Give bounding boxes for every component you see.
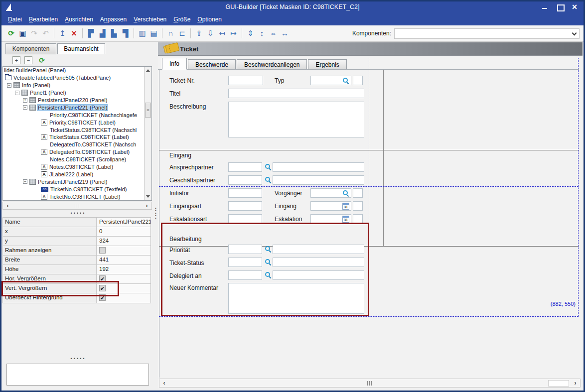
scroll-left-icon[interactable] xyxy=(4,203,11,209)
scroll-down-icon[interactable] xyxy=(146,195,150,198)
property-row[interactable]: x0 xyxy=(3,227,150,237)
ansprechpartner-name-input[interactable] xyxy=(273,162,364,172)
beschreibung-textarea[interactable] xyxy=(228,102,364,137)
tree-item[interactable]: ANotes.C98TICKET (Label) xyxy=(3,163,151,171)
ansprechpartner-input[interactable] xyxy=(228,162,262,172)
collapse-icon[interactable]: − xyxy=(23,105,27,110)
menu-anpassen[interactable]: Anpassen xyxy=(97,14,130,24)
eingang-date-input[interactable]: 31 xyxy=(310,201,351,211)
minimize-icon[interactable] xyxy=(541,3,549,11)
geschaeftspartner-name-input[interactable] xyxy=(273,175,364,185)
property-row[interactable]: Rahmen anzeigen xyxy=(3,246,150,256)
tree-item[interactable]: ATicketNo.C98TICKET (Label) xyxy=(3,193,151,200)
redo-icon[interactable]: ↷ xyxy=(28,28,40,39)
tree-item[interactable]: ADelegatedTo.C98TICKET (Label) xyxy=(3,148,151,156)
align-right-icon[interactable]: ▜ xyxy=(120,28,131,39)
delete-component-icon[interactable]: × xyxy=(68,28,80,39)
refresh-icon[interactable]: ⟳ xyxy=(5,28,17,39)
menu-ausrichten[interactable]: Ausrichten xyxy=(61,14,97,24)
tree-item-selected[interactable]: −PersistentJPanel221 (Panel) xyxy=(3,104,151,111)
tree-item[interactable]: DelegatedTo.C98TICKET (Nachsch xyxy=(3,141,151,148)
search-icon[interactable] xyxy=(265,176,272,183)
tree-item[interactable]: Notes.C98TICKET (Scrollpane) xyxy=(3,156,151,163)
tree-item[interactable]: APriority.C98TICKET (Label) xyxy=(3,119,151,126)
scroll-right-icon[interactable] xyxy=(143,203,150,209)
menu-datei[interactable]: Datei xyxy=(4,14,25,24)
collapse-icon[interactable]: − xyxy=(7,83,11,88)
tree-item[interactable]: −PersistentJPanel219 (Panel) xyxy=(3,178,151,185)
same-height-icon[interactable]: ▤ xyxy=(148,28,159,39)
scroll-right-icon[interactable] xyxy=(572,380,579,387)
anchor-up-icon[interactable]: ⇧ xyxy=(193,28,205,39)
menu-optionen[interactable]: Optionen xyxy=(194,14,225,24)
tree-item[interactable]: ATicketStatus.C98TICKET (Label) xyxy=(3,133,151,141)
titel-input[interactable] xyxy=(228,89,364,98)
geschaeftspartner-input[interactable] xyxy=(228,175,262,185)
panel-splitter[interactable]: • • • • • xyxy=(154,42,158,390)
collapse-icon[interactable]: − xyxy=(23,179,27,184)
tab-ergebnis[interactable]: Ergebnis xyxy=(308,59,346,70)
scroll-up-icon[interactable] xyxy=(146,69,150,72)
save-icon[interactable]: ▣ xyxy=(17,28,28,39)
tree-item[interactable]: ilder.BuilderPanel (Panel) xyxy=(3,67,151,74)
tree-properties-splitter[interactable]: ••••• xyxy=(2,212,154,215)
tree-vertical-scrollbar[interactable] xyxy=(144,67,151,200)
same-width-icon[interactable]: ▥ xyxy=(137,28,148,39)
tab-beschwerde[interactable]: Beschwerde xyxy=(188,59,236,70)
calendar-icon[interactable]: 31 xyxy=(342,216,349,223)
property-row[interactable]: NamePersistentJPanel221 xyxy=(3,218,150,227)
span-top-icon[interactable]: ∩ xyxy=(165,28,176,39)
undo-icon[interactable]: ↶ xyxy=(40,28,51,39)
property-value[interactable]: 324 xyxy=(97,237,150,246)
move-right-icon[interactable]: ↦ xyxy=(228,28,239,39)
tree-item[interactable]: VetoableTabbedPane505 (TabbedPane) xyxy=(3,74,151,82)
eingangsart-input[interactable] xyxy=(228,201,262,211)
tree-item[interactable]: AJLabel222 (Label) xyxy=(3,170,151,178)
tab-info[interactable]: Info xyxy=(162,58,187,70)
align-top-icon[interactable]: ▛ xyxy=(85,28,97,39)
properties-description-splitter[interactable]: ••••• xyxy=(2,357,154,361)
tree-item[interactable]: TicketStatus.C98TICKET (Nachschl xyxy=(3,126,151,133)
tab-baumansicht[interactable]: Baumansicht xyxy=(57,43,105,54)
chevron-down-icon[interactable] xyxy=(572,30,577,35)
property-value[interactable]: 441 xyxy=(97,256,150,264)
search-icon[interactable] xyxy=(265,163,272,170)
search-icon[interactable] xyxy=(342,190,349,197)
span-left-icon[interactable]: ⊏ xyxy=(176,28,188,39)
tree-horizontal-scrollbar[interactable] xyxy=(2,202,152,210)
ticket-nr-input[interactable] xyxy=(228,76,263,85)
grow-height-icon[interactable]: ⇕ xyxy=(245,28,256,39)
typ-code-input[interactable] xyxy=(353,76,363,85)
komponenten-combobox[interactable] xyxy=(394,28,580,39)
property-value[interactable]: 0 xyxy=(97,227,150,236)
search-icon[interactable] xyxy=(342,77,349,84)
tree-item[interactable]: −Panel1 (Panel) xyxy=(3,89,151,97)
tab-beschwerdeanliegen[interactable]: Beschwerdeanliegen xyxy=(237,59,307,70)
vorgaenger-input[interactable] xyxy=(310,188,351,198)
grow-width-icon[interactable]: ⇔ xyxy=(268,28,279,39)
checkbox-unchecked[interactable] xyxy=(99,247,106,254)
shrink-height-icon[interactable]: ↕ xyxy=(256,28,268,39)
expand-all-icon[interactable]: + xyxy=(12,56,20,64)
shrink-width-icon[interactable]: ↔ xyxy=(279,28,291,39)
move-up-hierarchy-icon[interactable]: ↥ xyxy=(57,28,68,39)
property-row[interactable]: y324 xyxy=(3,237,150,246)
calendar-icon[interactable]: 31 xyxy=(342,203,349,210)
move-left-icon[interactable]: ↤ xyxy=(216,28,228,39)
initiator-input[interactable] xyxy=(228,188,262,198)
align-bottom-icon[interactable]: ▟ xyxy=(97,28,108,39)
property-value[interactable]: PersistentJPanel221 xyxy=(97,218,150,227)
tree-item[interactable]: −Info (Panel) xyxy=(3,82,151,89)
collapse-icon[interactable]: − xyxy=(15,91,19,95)
property-row[interactable]: Höhe192 xyxy=(3,265,150,274)
scrollbar-thumb[interactable] xyxy=(145,103,151,118)
tree-item[interactable]: abTicketNo.C98TICKET (Textfeld) xyxy=(3,185,151,193)
property-row[interactable]: Breite441 xyxy=(3,256,150,265)
canvas-horizontal-scrollbar[interactable] xyxy=(159,379,581,388)
tree-item[interactable]: Priority.C98TICKET (Nachschlagefe xyxy=(3,111,151,119)
scrollbar-grip[interactable] xyxy=(367,381,372,386)
collapse-all-icon[interactable]: − xyxy=(24,56,32,64)
expand-icon[interactable]: + xyxy=(23,98,27,103)
typ-input[interactable] xyxy=(310,76,351,85)
menu-verschieben[interactable]: Verschieben xyxy=(130,14,170,24)
